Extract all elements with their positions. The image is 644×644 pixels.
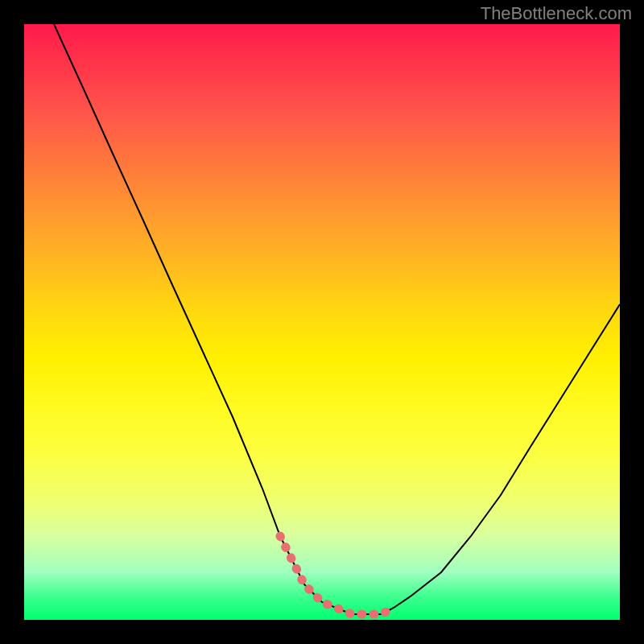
chart-svg — [24, 24, 620, 620]
valley-highlight — [280, 536, 394, 614]
curve-main — [54, 24, 620, 614]
watermark-text: TheBottleneck.com — [481, 3, 632, 24]
